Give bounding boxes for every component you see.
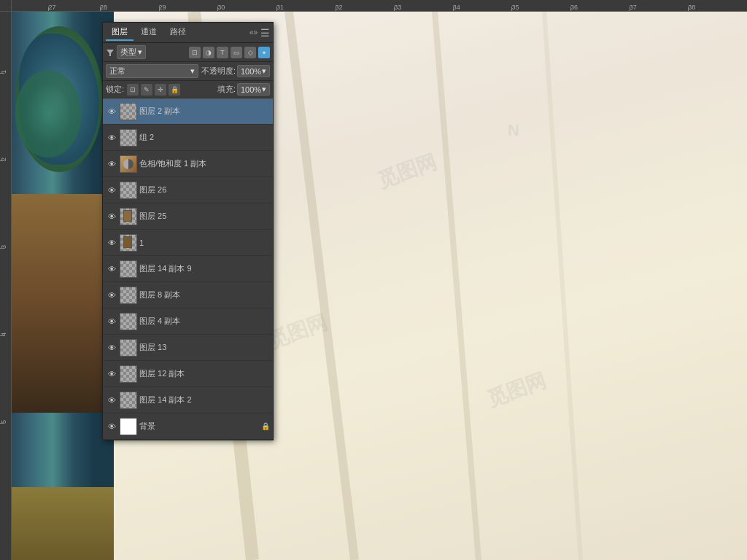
panel-tab-icons: «» ☰ — [249, 27, 270, 39]
layer-name-3: 图层 26 — [139, 184, 270, 195]
ruler-corner — [0, 0, 12, 12]
filter-pixel-icon[interactable]: ⊡ — [189, 47, 201, 58]
layer-name-6: 图层 14 副本 9 — [139, 263, 270, 274]
ruler-mark: 38 — [688, 4, 695, 11]
layer-thumb-4 — [120, 208, 137, 225]
layer-visibility-9[interactable]: 👁 — [106, 342, 117, 354]
layer-visibility-5[interactable]: 👁 — [106, 237, 117, 249]
ruler-top-marks: 27 28 29 30 31 32 33 34 35 36 37 38 — [12, 0, 747, 11]
watermark-4: 觅图网 — [486, 376, 547, 404]
layer-item-2[interactable]: 👁 色相/饱和度 1 副本 — [103, 151, 273, 177]
ruler-left-mark: 2 — [0, 158, 7, 161]
ruler-left: 1 2 3 4 5 — [0, 12, 12, 560]
panel-blend-bar: 正常 ▾ 不透明度: 100% ▾ — [103, 62, 273, 81]
panel-menu-button[interactable]: ☰ — [260, 27, 270, 39]
layer-thumb-0 — [120, 103, 137, 120]
layer-item-10[interactable]: 👁 图层 12 副本 — [103, 361, 273, 387]
layer-item-6[interactable]: 👁 图层 14 副本 9 — [103, 256, 273, 282]
painting-frame-bottom — [12, 487, 114, 560]
layer-visibility-3[interactable]: 👁 — [106, 184, 117, 196]
ruler-left-mark: 4 — [0, 332, 7, 336]
layer-visibility-8[interactable]: 👁 — [106, 316, 117, 327]
layer-visibility-6[interactable]: 👁 — [106, 263, 117, 275]
layer-item-7[interactable]: 👁 图层 8 副本 — [103, 282, 273, 308]
svg-line-3 — [544, 12, 581, 560]
layer-visibility-1[interactable]: 👁 — [106, 132, 117, 144]
layer-item-12[interactable]: 👁 背景 🔒 — [103, 413, 273, 440]
panel-tabs-left: 图层 通道 路径 — [106, 24, 192, 41]
layer-item-4[interactable]: 👁 图层 25 — [103, 203, 273, 230]
lock-transparent-button[interactable]: ⊡ — [127, 84, 139, 96]
layer-item-9[interactable]: 👁 图层 13 — [103, 335, 273, 361]
opacity-value[interactable]: 100% ▾ — [237, 65, 270, 77]
filter-type-dropdown[interactable]: 类型 ▾ — [117, 45, 146, 59]
filter-toggle-icon[interactable]: ● — [258, 47, 270, 58]
layer-item-3[interactable]: 👁 图层 26 — [103, 177, 273, 203]
layer-thumb-10 — [120, 365, 137, 383]
layer-item-1[interactable]: 👁 组 2 — [103, 125, 273, 151]
layer-item-0[interactable]: 👁 图层 2 副本 — [103, 98, 273, 125]
layer-thumb-8 — [120, 313, 137, 330]
layers-list: 👁 图层 2 副本 👁 组 2 👁 色相/饱和度 1 副本 — [103, 98, 273, 440]
layer-visibility-12[interactable]: 👁 — [106, 421, 117, 432]
layers-panel: 图层 通道 路径 «» ☰ 类型 ▾ ⊡ ◑ T ▭ ◇ — [102, 22, 274, 440]
fill-value[interactable]: 100% ▾ — [237, 83, 270, 96]
ruler-left-mark: 5 — [0, 420, 7, 424]
layer-thumb-6 — [120, 260, 137, 278]
layer-visibility-2[interactable]: 👁 — [106, 158, 117, 170]
panel-collapse-button[interactable]: «» — [249, 28, 258, 36]
tab-channels[interactable]: 通道 — [135, 24, 163, 41]
ruler-mark: 33 — [394, 4, 401, 11]
layer-item-11[interactable]: 👁 图层 14 副本 2 — [103, 387, 273, 413]
panel-lock-bar: 锁定: ⊡ ✎ ✛ 🔒 填充: 100% ▾ — [103, 81, 273, 98]
ruler-mark: 36 — [570, 4, 578, 11]
ruler-mark: 31 — [276, 4, 284, 11]
filter-adjust-icon[interactable]: ◑ — [203, 47, 214, 58]
tab-layers[interactable]: 图层 — [106, 24, 133, 41]
layer-name-11: 图层 14 副本 2 — [139, 394, 270, 405]
ruler-mark: 28 — [100, 4, 107, 11]
layer-name-8: 图层 4 副本 — [139, 316, 270, 327]
ruler-mark: 27 — [48, 4, 55, 11]
watermark-3: 觅图网 — [267, 318, 328, 346]
layer-visibility-0[interactable]: 👁 — [106, 106, 117, 117]
ruler-left-mark: 1 — [0, 70, 7, 74]
layer-name-9: 图层 13 — [139, 342, 270, 353]
layer-name-0: 图层 2 副本 — [139, 106, 270, 117]
opacity-control: 不透明度: 100% ▾ — [201, 65, 270, 77]
layer-visibility-7[interactable]: 👁 — [106, 289, 117, 301]
filter-smart-icon[interactable]: ◇ — [244, 47, 256, 58]
svg-marker-4 — [107, 50, 114, 56]
layer-thumb-12 — [120, 418, 137, 435]
layer-visibility-4[interactable]: 👁 — [106, 211, 117, 222]
layer-visibility-10[interactable]: 👁 — [106, 368, 117, 380]
svg-line-1 — [289, 12, 355, 560]
filter-text-icon[interactable]: T — [217, 47, 228, 58]
layer-visibility-11[interactable]: 👁 — [106, 394, 117, 406]
filter-shape-icon[interactable]: ▭ — [231, 47, 242, 58]
layer-thumb-5 — [120, 234, 137, 252]
filter-icon-small — [106, 48, 115, 57]
layer-name-10: 图层 12 副本 — [139, 368, 270, 379]
lock-image-button[interactable]: ✎ — [141, 84, 152, 96]
layer-thumb-3 — [120, 182, 137, 199]
panel-tabs: 图层 通道 路径 «» ☰ — [103, 23, 273, 43]
lock-position-button[interactable]: ✛ — [155, 84, 166, 96]
fill-label: 填充: — [217, 84, 236, 95]
lock-icons: ⊡ ✎ ✛ 🔒 — [127, 84, 180, 96]
layer-thumb-7 — [120, 287, 137, 304]
tab-paths[interactable]: 路径 — [164, 24, 192, 41]
fill-control: 填充: 100% ▾ — [217, 83, 270, 96]
painting-decoration-2 — [15, 70, 81, 158]
painting-bottom — [12, 194, 114, 398]
ruler-mark: 37 — [630, 4, 637, 11]
filter-type-label — [106, 48, 115, 57]
painting-left — [12, 12, 114, 560]
lock-all-button[interactable]: 🔒 — [169, 84, 180, 96]
layer-name-4: 图层 25 — [139, 211, 270, 222]
layer-item-5[interactable]: 👁 1 — [103, 230, 273, 256]
layer-item-8[interactable]: 👁 图层 4 副本 — [103, 308, 273, 335]
layer-thumb-1 — [120, 129, 137, 147]
layer-name-7: 图层 8 副本 — [139, 289, 270, 300]
blend-mode-select[interactable]: 正常 ▾ — [106, 64, 198, 78]
